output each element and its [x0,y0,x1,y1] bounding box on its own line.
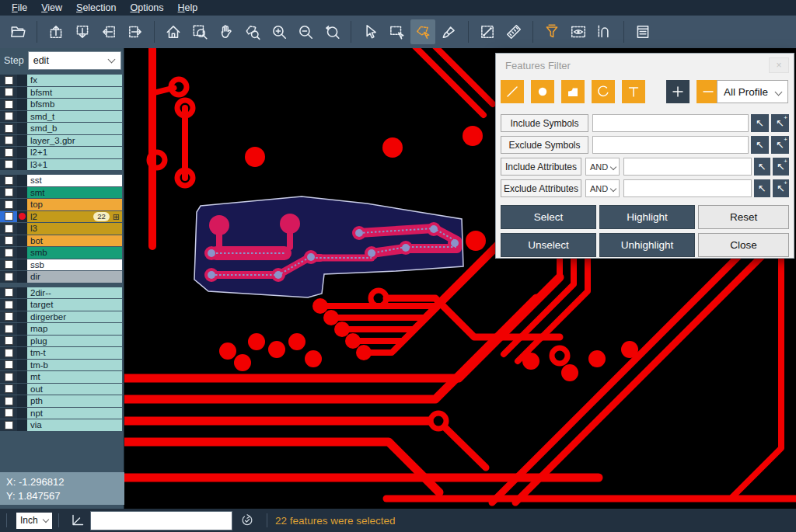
layer-row-smt[interactable]: smt [0,187,124,199]
profile-select[interactable]: All Profile [717,80,788,103]
layer-visibility-checkbox[interactable] [0,395,17,407]
layer-name[interactable]: bot [27,235,122,247]
layer-visibility-checkbox[interactable] [0,360,17,371]
layer-visibility-checkbox[interactable] [0,187,17,199]
reset-button[interactable]: Reset [698,205,789,229]
layer-name[interactable]: l3 [27,223,122,235]
command-input[interactable] [90,511,232,530]
include-symbols-input[interactable] [592,114,749,132]
ruler-button[interactable] [501,19,526,44]
layer-name[interactable]: ssb [27,259,122,271]
exclude-symbols-button[interactable]: Exclude Symbols [501,136,588,154]
layer-row-l3+1[interactable]: l3+1 [0,159,124,171]
select-cursor-button[interactable] [358,19,382,44]
select-button[interactable]: Select [501,205,596,229]
layer-name[interactable]: tm-b [27,360,122,371]
layer-name[interactable]: target [27,299,122,311]
layer-row-layer_3.gbr[interactable]: layer_3.gbr [0,135,124,147]
layer-row-pth[interactable]: pth [0,395,124,407]
select-polygon-button[interactable] [410,19,435,44]
layer-name[interactable]: plug [27,336,122,347]
sync-check-icon[interactable] [240,513,254,527]
highlight-button[interactable]: Highlight [599,205,695,229]
layer-row-fx[interactable]: fx [0,75,124,86]
unselect-button[interactable]: Unselect [501,233,596,257]
layer-name[interactable]: tm-t [27,347,122,359]
unit-select[interactable]: Inch [16,513,52,529]
draw-line-button[interactable] [501,80,524,103]
layer-visibility-checkbox[interactable] [0,323,17,335]
layer-visibility-checkbox[interactable] [0,199,17,210]
unhighlight-button[interactable]: Unhighlight [599,233,695,257]
exclude-attributes-pick-button[interactable]: ↖ [754,179,770,197]
layer-name[interactable]: smt [27,187,122,199]
layer-visibility-checkbox[interactable] [0,235,17,247]
layer-row-smb[interactable]: smb [0,247,124,259]
close-button[interactable]: Close [698,233,789,257]
layer-visibility-checkbox[interactable] [0,175,17,186]
layer-row-target[interactable]: target [0,299,124,311]
show-hide-eye-button[interactable] [566,19,591,44]
select-rect-button[interactable] [384,19,409,44]
layer-name[interactable]: top [27,199,122,210]
layer-row-dir[interactable]: dir [0,271,124,283]
layer-visibility-checkbox[interactable] [0,223,17,235]
layer-name[interactable]: smd_t [27,111,122,123]
layer-visibility-checkbox[interactable] [0,384,17,395]
zoom-out-button[interactable] [293,19,318,44]
layer-name[interactable]: bfsmb [27,99,122,110]
home-view-button[interactable] [161,19,186,44]
layer-visibility-checkbox[interactable] [0,408,17,419]
exclude-attributes-input[interactable] [623,179,752,197]
view-up-button[interactable] [44,19,68,44]
layer-visibility-checkbox[interactable] [0,147,17,158]
include-attributes-button[interactable]: Include Attributes [501,158,581,176]
exclude-symbols-pick-add-button[interactable]: ↖+ [771,136,789,154]
measure-distance-button[interactable] [475,19,500,44]
layer-name[interactable]: dir [27,271,122,283]
layer-visibility-checkbox[interactable] [0,211,17,223]
layer-row-map[interactable]: map [0,323,124,335]
layer-name[interactable]: via [27,419,122,431]
exclude-attributes-pick-add-button[interactable]: ↖+ [773,179,789,197]
include-attributes-pick-add-button[interactable]: ↖+ [773,158,789,176]
layer-name[interactable]: smb [27,247,122,259]
exclude-attributes-operator-select[interactable]: AND [585,179,620,197]
layer-row-l2+1[interactable]: l2+1 [0,147,124,158]
layer-name[interactable]: fx [27,75,122,86]
layer-name[interactable]: map [27,323,122,335]
include-attributes-pick-button[interactable]: ↖ [754,158,770,176]
layer-visibility-checkbox[interactable] [0,87,17,99]
layer-visibility-checkbox[interactable] [0,419,17,431]
layer-name[interactable]: layer_3.gbr [27,135,122,147]
layer-visibility-checkbox[interactable] [0,259,17,271]
layer-row-l2[interactable]: l222⊞ [0,211,124,223]
zoom-in-button[interactable] [267,19,292,44]
snap-magnet-button[interactable] [592,19,617,44]
layer-row-via[interactable]: via [0,419,124,431]
zoom-previous-button[interactable] [319,19,344,44]
layer-visibility-checkbox[interactable] [0,371,17,383]
layer-name[interactable]: out [27,384,122,395]
step-select[interactable]: edit [28,51,121,70]
menu-options[interactable]: Options [123,2,170,13]
draw-arc-button[interactable] [592,80,615,103]
include-symbols-button[interactable]: Include Symbols [501,114,588,132]
layers-panel-button[interactable] [630,19,655,44]
layer-visibility-checkbox[interactable] [0,159,17,171]
include-attributes-operator-select[interactable]: AND [585,158,620,176]
draw-surface-button[interactable] [561,80,585,103]
layer-row-plug[interactable]: plug [0,336,124,347]
layer-visibility-checkbox[interactable] [0,287,17,299]
include-symbols-pick-button[interactable]: ↖ [751,114,769,132]
menu-file[interactable]: File [5,2,34,13]
exclude-symbols-pick-button[interactable]: ↖ [751,136,769,154]
layer-name[interactable]: pth [27,395,122,407]
layer-visibility-checkbox[interactable] [0,123,17,134]
include-symbols-pick-add-button[interactable]: ↖+ [771,114,789,132]
pan-hand-button[interactable] [214,19,239,44]
exclude-symbols-input[interactable] [592,136,749,154]
draw-pad-button[interactable] [531,80,554,103]
view-right-button[interactable] [123,19,148,44]
layer-visibility-checkbox[interactable] [0,299,17,311]
